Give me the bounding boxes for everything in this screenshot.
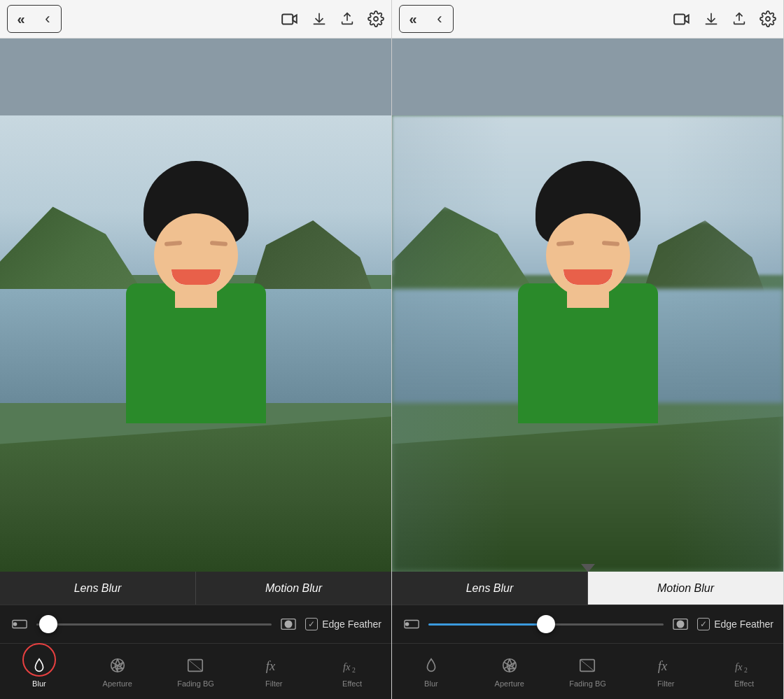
left-motion-blur-button[interactable]: Motion Blur	[196, 572, 391, 605]
right-share-icon[interactable]	[732, 11, 747, 27]
svg-line-18	[188, 660, 202, 672]
right-video-icon[interactable]	[673, 10, 691, 28]
left-slider-thumb[interactable]	[39, 615, 57, 633]
right-boy	[490, 161, 686, 549]
right-gray-top	[392, 38, 783, 115]
left-slider-max-icon	[279, 616, 298, 632]
left-filter-tab-icon: fx	[263, 655, 284, 676]
left-neck	[175, 287, 217, 308]
right-tab-aperture[interactable]: Aperture	[470, 644, 549, 699]
right-edge-feather-label: ✓ Edge Feather	[697, 618, 774, 630]
left-tab-blur[interactable]: Blur	[0, 644, 78, 699]
left-settings-icon[interactable]	[368, 10, 384, 27]
left-gray-top	[0, 38, 391, 115]
right-tab-blur[interactable]: Blur	[392, 644, 470, 699]
left-edge-feather-label: ✓ Edge Feather	[305, 618, 382, 630]
left-filter-tab-label: Filter	[265, 679, 282, 688]
left-slider-track[interactable]	[36, 623, 272, 626]
right-photo-scene	[392, 115, 783, 572]
right-slider-row: ✓ Edge Feather	[392, 605, 783, 643]
right-triangle-indicator	[581, 564, 595, 572]
svg-point-3	[13, 622, 18, 626]
svg-text:2: 2	[352, 666, 356, 674]
right-eye-right	[601, 241, 619, 246]
right-bottom-controls: Lens Blur Motion Blur ✓	[392, 572, 783, 699]
right-nav-box: « ‹	[399, 5, 454, 33]
right-blur-type-row: Lens Blur Motion Blur	[392, 572, 783, 605]
right-back-single-button[interactable]: ‹	[426, 6, 453, 32]
right-photo-area	[392, 115, 783, 572]
svg-line-40	[580, 660, 594, 672]
right-effect-tab-icon: fx 2	[734, 655, 755, 676]
left-eye-left	[164, 241, 181, 246]
right-nav-group: « ‹	[399, 5, 454, 33]
left-aperture-tab-icon	[107, 655, 128, 676]
left-fading-bg-tab-label: Fading BG	[177, 679, 214, 688]
left-boy	[98, 161, 294, 549]
right-motion-blur-button[interactable]: Motion Blur	[588, 572, 783, 605]
left-edge-feather-text: Edge Feather	[322, 619, 382, 630]
svg-rect-0	[282, 15, 293, 24]
left-video-icon[interactable]	[281, 10, 299, 28]
svg-point-5	[285, 621, 293, 628]
right-lens-blur-button[interactable]: Lens Blur	[392, 572, 588, 605]
left-back-single-button[interactable]: ‹	[34, 6, 61, 32]
left-panel: « ‹	[0, 0, 392, 699]
svg-text:fx: fx	[266, 658, 276, 673]
left-blur-tab-label: Blur	[32, 679, 46, 688]
right-fading-bg-tab-icon	[577, 655, 598, 676]
left-toolbar: « ‹	[0, 0, 391, 38]
left-fading-bg-tab-icon	[185, 655, 206, 676]
right-toolbar: « ‹	[392, 0, 783, 38]
svg-point-27	[677, 621, 685, 628]
right-panel: « ‹	[392, 0, 784, 699]
right-edge-feather-text: Edge Feather	[714, 619, 774, 630]
left-nav-group: « ‹	[7, 5, 62, 33]
right-slider-max-icon	[671, 616, 690, 632]
left-tab-aperture[interactable]: Aperture	[78, 644, 157, 699]
right-download-icon[interactable]	[704, 11, 719, 27]
svg-text:fx: fx	[343, 661, 351, 672]
right-smile	[564, 269, 612, 285]
left-download-icon[interactable]	[312, 11, 327, 27]
left-back-double-button[interactable]: «	[8, 6, 34, 32]
left-lens-blur-button[interactable]: Lens Blur	[0, 572, 196, 605]
right-effect-tab-label: Effect	[734, 679, 754, 688]
left-photo-area	[0, 115, 391, 572]
right-aperture-tab-label: Aperture	[495, 679, 524, 688]
right-slider-min-icon	[402, 616, 421, 632]
left-tab-effect[interactable]: fx 2 Effect	[313, 644, 391, 699]
right-toolbar-right	[673, 10, 776, 28]
right-tab-fading-bg[interactable]: Fading BG	[549, 644, 627, 699]
right-aperture-tab-icon	[499, 655, 520, 676]
svg-text:fx: fx	[735, 661, 743, 672]
left-tab-fading-bg[interactable]: Fading BG	[157, 644, 235, 699]
left-slider-min-icon	[10, 616, 29, 632]
right-face	[546, 213, 630, 297]
right-tab-filter[interactable]: fx Filter	[626, 644, 705, 699]
left-tab-filter[interactable]: fx Filter	[234, 644, 313, 699]
right-edge-feather-checkbox[interactable]: ✓	[697, 618, 710, 630]
left-smile	[172, 269, 220, 285]
svg-point-25	[405, 622, 410, 626]
left-face	[154, 213, 238, 297]
right-tab-effect[interactable]: fx 2 Effect	[705, 644, 783, 699]
left-blur-tab-icon	[29, 655, 50, 676]
right-blur-tab-icon	[421, 655, 442, 676]
right-slider-thumb[interactable]	[537, 615, 555, 633]
left-toolbar-right	[281, 10, 384, 28]
right-back-double-button[interactable]: «	[400, 6, 426, 32]
left-effect-tab-label: Effect	[342, 679, 362, 688]
right-eye-left	[556, 241, 573, 246]
right-slider-track[interactable]	[428, 623, 664, 626]
left-share-icon[interactable]	[340, 11, 355, 27]
right-settings-icon[interactable]	[760, 10, 776, 27]
left-tab-bar: Blur	[0, 643, 391, 699]
left-aperture-tab-label: Aperture	[103, 679, 132, 688]
svg-text:2: 2	[744, 666, 748, 674]
left-nav-box: « ‹	[7, 5, 62, 33]
right-tab-bar: Blur	[392, 643, 783, 699]
right-fading-bg-tab-label: Fading BG	[569, 679, 606, 688]
right-neck	[567, 287, 609, 308]
left-edge-feather-checkbox[interactable]: ✓	[305, 618, 318, 630]
